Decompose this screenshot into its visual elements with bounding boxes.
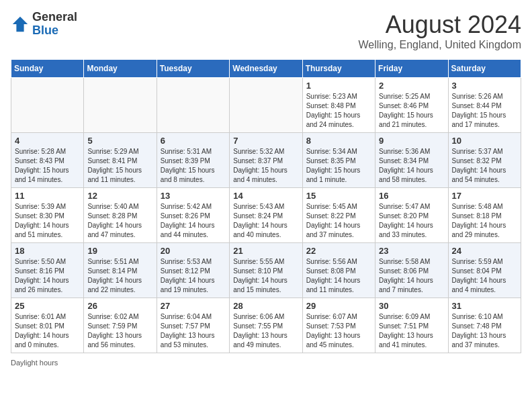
calendar-cell: 15Sunrise: 5:45 AM Sunset: 8:22 PM Dayli… bbox=[302, 188, 375, 243]
day-number: 7 bbox=[233, 136, 298, 146]
day-info: Sunrise: 5:32 AM Sunset: 8:37 PM Dayligh… bbox=[233, 147, 298, 185]
logo-blue-text: Blue bbox=[32, 24, 77, 38]
header-monday: Monday bbox=[84, 60, 157, 78]
calendar-cell: 4Sunrise: 5:28 AM Sunset: 8:43 PM Daylig… bbox=[11, 133, 84, 188]
calendar-cell: 6Sunrise: 5:31 AM Sunset: 8:39 PM Daylig… bbox=[157, 133, 229, 188]
week-row-1: 1Sunrise: 5:23 AM Sunset: 8:48 PM Daylig… bbox=[11, 78, 521, 133]
calendar-cell bbox=[157, 78, 229, 133]
day-info: Sunrise: 5:58 AM Sunset: 8:06 PM Dayligh… bbox=[379, 257, 444, 295]
day-number: 28 bbox=[233, 301, 298, 311]
day-number: 12 bbox=[87, 191, 152, 201]
calendar-cell: 18Sunrise: 5:50 AM Sunset: 8:16 PM Dayli… bbox=[11, 243, 84, 298]
calendar-cell: 24Sunrise: 5:59 AM Sunset: 8:04 PM Dayli… bbox=[448, 243, 521, 298]
day-number: 29 bbox=[306, 301, 371, 311]
calendar-cell: 23Sunrise: 5:58 AM Sunset: 8:06 PM Dayli… bbox=[375, 243, 448, 298]
day-number: 10 bbox=[452, 136, 517, 146]
day-number: 3 bbox=[452, 81, 517, 91]
day-info: Sunrise: 5:55 AM Sunset: 8:10 PM Dayligh… bbox=[233, 257, 298, 295]
day-info: Sunrise: 5:40 AM Sunset: 8:28 PM Dayligh… bbox=[87, 202, 152, 240]
calendar-cell: 29Sunrise: 6:07 AM Sunset: 7:53 PM Dayli… bbox=[302, 298, 375, 353]
day-info: Sunrise: 6:09 AM Sunset: 7:51 PM Dayligh… bbox=[379, 312, 444, 350]
day-info: Sunrise: 5:50 AM Sunset: 8:16 PM Dayligh… bbox=[15, 257, 80, 295]
day-info: Sunrise: 6:04 AM Sunset: 7:57 PM Dayligh… bbox=[161, 312, 226, 350]
day-number: 4 bbox=[15, 136, 80, 146]
day-number: 11 bbox=[15, 191, 80, 201]
header-wednesday: Wednesday bbox=[230, 60, 302, 78]
calendar-cell: 12Sunrise: 5:40 AM Sunset: 8:28 PM Dayli… bbox=[84, 188, 157, 243]
day-info: Sunrise: 5:42 AM Sunset: 8:26 PM Dayligh… bbox=[161, 202, 226, 240]
day-number: 6 bbox=[161, 136, 226, 146]
day-info: Sunrise: 5:48 AM Sunset: 8:18 PM Dayligh… bbox=[452, 202, 517, 240]
day-info: Sunrise: 5:31 AM Sunset: 8:39 PM Dayligh… bbox=[161, 147, 226, 185]
day-number: 1 bbox=[306, 81, 371, 91]
day-number: 18 bbox=[15, 246, 80, 256]
day-number: 19 bbox=[87, 246, 152, 256]
calendar-cell: 13Sunrise: 5:42 AM Sunset: 8:26 PM Dayli… bbox=[157, 188, 229, 243]
day-number: 9 bbox=[379, 136, 444, 146]
day-info: Sunrise: 5:36 AM Sunset: 8:34 PM Dayligh… bbox=[379, 147, 444, 185]
calendar-cell: 8Sunrise: 5:34 AM Sunset: 8:35 PM Daylig… bbox=[302, 133, 375, 188]
day-info: Sunrise: 6:06 AM Sunset: 7:55 PM Dayligh… bbox=[233, 312, 298, 350]
calendar-cell: 19Sunrise: 5:51 AM Sunset: 8:14 PM Dayli… bbox=[84, 243, 157, 298]
calendar-cell bbox=[230, 78, 302, 133]
day-number: 27 bbox=[161, 301, 226, 311]
calendar-cell: 28Sunrise: 6:06 AM Sunset: 7:55 PM Dayli… bbox=[230, 298, 302, 353]
calendar-cell: 2Sunrise: 5:25 AM Sunset: 8:46 PM Daylig… bbox=[375, 78, 448, 133]
calendar-cell bbox=[84, 78, 157, 133]
day-number: 24 bbox=[452, 246, 517, 256]
day-info: Sunrise: 6:02 AM Sunset: 7:59 PM Dayligh… bbox=[87, 312, 152, 350]
day-number: 17 bbox=[452, 191, 517, 201]
calendar-cell: 9Sunrise: 5:36 AM Sunset: 8:34 PM Daylig… bbox=[375, 133, 448, 188]
day-info: Sunrise: 6:07 AM Sunset: 7:53 PM Dayligh… bbox=[306, 312, 371, 350]
day-info: Sunrise: 5:28 AM Sunset: 8:43 PM Dayligh… bbox=[15, 147, 80, 185]
calendar-cell: 7Sunrise: 5:32 AM Sunset: 8:37 PM Daylig… bbox=[230, 133, 302, 188]
day-info: Sunrise: 5:26 AM Sunset: 8:44 PM Dayligh… bbox=[452, 92, 517, 130]
day-info: Sunrise: 6:01 AM Sunset: 8:01 PM Dayligh… bbox=[15, 312, 80, 350]
calendar-cell: 5Sunrise: 5:29 AM Sunset: 8:41 PM Daylig… bbox=[84, 133, 157, 188]
day-info: Sunrise: 6:10 AM Sunset: 7:48 PM Dayligh… bbox=[452, 312, 517, 350]
logo: General Blue bbox=[11, 11, 77, 38]
day-number: 20 bbox=[161, 246, 226, 256]
title-area: August 2024 Welling, England, United Kin… bbox=[358, 11, 521, 51]
location-subtitle: Welling, England, United Kingdom bbox=[358, 39, 521, 51]
day-info: Sunrise: 5:59 AM Sunset: 8:04 PM Dayligh… bbox=[452, 257, 517, 295]
day-number: 22 bbox=[306, 246, 371, 256]
day-number: 13 bbox=[161, 191, 226, 201]
month-year-title: August 2024 bbox=[358, 11, 521, 39]
day-number: 16 bbox=[379, 191, 444, 201]
calendar-cell bbox=[11, 78, 84, 133]
calendar-cell: 21Sunrise: 5:55 AM Sunset: 8:10 PM Dayli… bbox=[230, 243, 302, 298]
header: General Blue August 2024 Welling, Englan… bbox=[11, 11, 521, 51]
calendar-cell: 17Sunrise: 5:48 AM Sunset: 8:18 PM Dayli… bbox=[448, 188, 521, 243]
day-number: 15 bbox=[306, 191, 371, 201]
week-row-5: 25Sunrise: 6:01 AM Sunset: 8:01 PM Dayli… bbox=[11, 298, 521, 353]
day-number: 2 bbox=[379, 81, 444, 91]
day-number: 31 bbox=[452, 301, 517, 311]
header-saturday: Saturday bbox=[448, 60, 521, 78]
day-number: 25 bbox=[15, 301, 80, 311]
day-info: Sunrise: 5:29 AM Sunset: 8:41 PM Dayligh… bbox=[87, 147, 152, 185]
day-info: Sunrise: 5:53 AM Sunset: 8:12 PM Dayligh… bbox=[161, 257, 226, 295]
day-info: Sunrise: 5:43 AM Sunset: 8:24 PM Dayligh… bbox=[233, 202, 298, 240]
header-thursday: Thursday bbox=[302, 60, 375, 78]
calendar-cell: 25Sunrise: 6:01 AM Sunset: 8:01 PM Dayli… bbox=[11, 298, 84, 353]
header-friday: Friday bbox=[375, 60, 448, 78]
calendar-cell: 10Sunrise: 5:37 AM Sunset: 8:32 PM Dayli… bbox=[448, 133, 521, 188]
svg-marker-0 bbox=[13, 17, 28, 32]
day-info: Sunrise: 5:23 AM Sunset: 8:48 PM Dayligh… bbox=[306, 92, 371, 130]
logo-general-text: General bbox=[32, 11, 77, 24]
day-info: Sunrise: 5:34 AM Sunset: 8:35 PM Dayligh… bbox=[306, 147, 371, 185]
logo-text: General Blue bbox=[32, 11, 77, 38]
footer-note: Daylight hours bbox=[11, 359, 521, 367]
header-tuesday: Tuesday bbox=[157, 60, 229, 78]
week-row-2: 4Sunrise: 5:28 AM Sunset: 8:43 PM Daylig… bbox=[11, 133, 521, 188]
day-info: Sunrise: 5:37 AM Sunset: 8:32 PM Dayligh… bbox=[452, 147, 517, 185]
day-number: 30 bbox=[379, 301, 444, 311]
calendar-cell: 30Sunrise: 6:09 AM Sunset: 7:51 PM Dayli… bbox=[375, 298, 448, 353]
day-info: Sunrise: 5:51 AM Sunset: 8:14 PM Dayligh… bbox=[87, 257, 152, 295]
day-info: Sunrise: 5:39 AM Sunset: 8:30 PM Dayligh… bbox=[15, 202, 80, 240]
calendar-cell: 16Sunrise: 5:47 AM Sunset: 8:20 PM Dayli… bbox=[375, 188, 448, 243]
week-row-3: 11Sunrise: 5:39 AM Sunset: 8:30 PM Dayli… bbox=[11, 188, 521, 243]
calendar-cell: 14Sunrise: 5:43 AM Sunset: 8:24 PM Dayli… bbox=[230, 188, 302, 243]
calendar-cell: 26Sunrise: 6:02 AM Sunset: 7:59 PM Dayli… bbox=[84, 298, 157, 353]
